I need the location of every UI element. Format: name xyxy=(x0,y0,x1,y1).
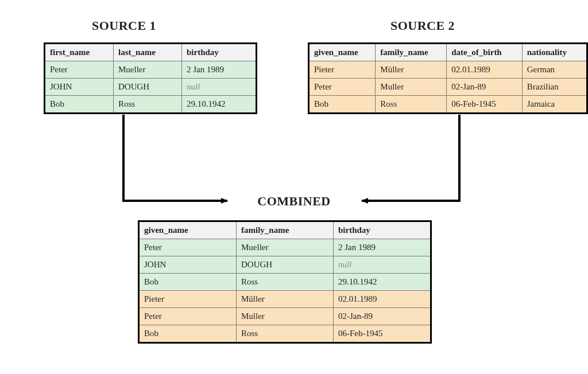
table-row: BobRoss06-Feb-1945 xyxy=(139,325,431,343)
arrow-source2-to-combined xyxy=(362,115,459,201)
source1-cell: 29.10.1942 xyxy=(182,96,257,114)
source2-header: nationality xyxy=(522,44,587,61)
combined-table: given_namefamily_namebirthdayPeterMuelle… xyxy=(138,220,432,344)
null-value: null xyxy=(187,82,200,91)
source2-title: SOURCE 2 xyxy=(308,18,537,33)
combined-cell: Ross xyxy=(237,274,334,291)
combined-cell: Müller xyxy=(237,291,334,308)
arrow-source1-to-combined xyxy=(123,115,227,201)
table-row: BobRoss06-Feb-1945Jamaica xyxy=(309,96,587,114)
source1-header: birthday xyxy=(182,44,257,61)
source2-cell: Peter xyxy=(309,79,376,96)
source1-cell: Bob xyxy=(45,96,114,114)
combined-title: COMBINED xyxy=(0,194,588,209)
source2-cell: Jamaica xyxy=(522,96,587,114)
combined-cell: Bob xyxy=(139,274,237,291)
combined-cell: 06-Feb-1945 xyxy=(334,325,431,343)
source1-header: first_name xyxy=(45,44,114,61)
source2-cell: Ross xyxy=(376,96,447,114)
source1-cell: Mueller xyxy=(114,61,182,79)
combined-cell: 29.10.1942 xyxy=(334,274,431,291)
source2-table: given_namefamily_namedate_of_birthnation… xyxy=(308,42,588,114)
combined-cell: Ross xyxy=(237,325,334,343)
source2-cell: Müller xyxy=(376,61,447,79)
combined-cell: 02-Jan-89 xyxy=(334,308,431,325)
combined-cell: DOUGH xyxy=(237,256,334,274)
table-row: PeterMuller02-Jan-89Brazilian xyxy=(309,79,587,96)
source2-header: date_of_birth xyxy=(447,44,523,61)
source2-cell: 02.01.1989 xyxy=(447,61,523,79)
source1-cell: null xyxy=(182,79,257,96)
null-value: null xyxy=(338,260,351,269)
source2-cell: Brazilian xyxy=(522,79,587,96)
table-row: PeterMuller02-Jan-89 xyxy=(139,308,431,325)
combined-cell: JOHN xyxy=(139,256,237,274)
source2-cell: 02-Jan-89 xyxy=(447,79,523,96)
table-row: BobRoss29.10.1942 xyxy=(45,96,257,114)
source2-header: given_name xyxy=(309,44,376,61)
source2-cell: Bob xyxy=(309,96,376,114)
combined-cell: Mueller xyxy=(237,239,334,256)
source1-cell: 2 Jan 1989 xyxy=(182,61,257,79)
combined-cell: 02.01.1989 xyxy=(334,291,431,308)
table-row: PieterMüller02.01.1989German xyxy=(309,61,587,79)
combined-cell: Peter xyxy=(139,308,237,325)
source2-cell: 06-Feb-1945 xyxy=(447,96,523,114)
source1-table: first_namelast_namebirthdayPeterMueller2… xyxy=(44,42,257,114)
table-row: PieterMüller02.01.1989 xyxy=(139,291,431,308)
source2-cell: German xyxy=(522,61,587,79)
combined-cell: 2 Jan 1989 xyxy=(334,239,431,256)
combined-header: birthday xyxy=(334,221,431,239)
combined-header: family_name xyxy=(237,221,334,239)
source2-cell: Muller xyxy=(376,79,447,96)
table-row: PeterMueller2 Jan 1989 xyxy=(139,239,431,256)
source1-header: last_name xyxy=(114,44,182,61)
combined-cell: Peter xyxy=(139,239,237,256)
table-row: PeterMueller2 Jan 1989 xyxy=(45,61,257,79)
table-row: BobRoss29.10.1942 xyxy=(139,274,431,291)
table-row: JOHNDOUGHnull xyxy=(139,256,431,274)
table-row: JOHNDOUGHnull xyxy=(45,79,257,96)
source1-cell: Ross xyxy=(114,96,182,114)
source1-title: SOURCE 1 xyxy=(49,18,199,33)
source1-cell: Peter xyxy=(45,61,114,79)
source2-cell: Pieter xyxy=(309,61,376,79)
combined-cell: Muller xyxy=(237,308,334,325)
source1-cell: JOHN xyxy=(45,79,114,96)
combined-header: given_name xyxy=(139,221,237,239)
combined-cell: null xyxy=(334,256,431,274)
combined-cell: Bob xyxy=(139,325,237,343)
source1-cell: DOUGH xyxy=(114,79,182,96)
source2-header: family_name xyxy=(376,44,447,61)
combined-cell: Pieter xyxy=(139,291,237,308)
